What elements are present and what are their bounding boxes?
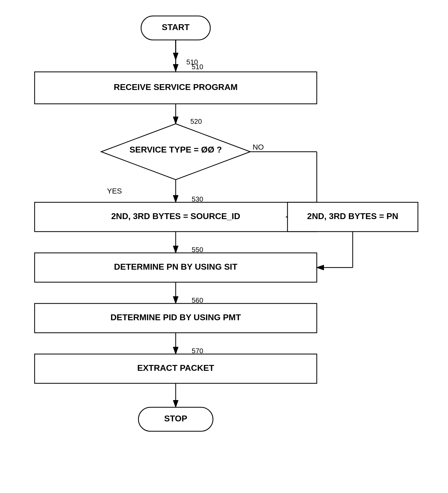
no-label: NO	[253, 143, 264, 151]
step550-label: DETERMINE PN BY USING SIT	[114, 262, 237, 272]
step510-label: RECEIVE SERVICE PROGRAM	[114, 82, 237, 92]
step560-number: 560	[192, 296, 203, 304]
step530-label: 2ND, 3RD BYTES = SOURCE_ID	[111, 211, 240, 221]
step520-label: SERVICE TYPE = ØØ ?	[129, 145, 222, 154]
step530-number: 530	[192, 195, 203, 203]
step560-label: DETERMINE PID BY USING PMT	[110, 313, 241, 322]
step520-number: 520	[190, 117, 202, 125]
flowchart-container: START 510 RECEIVE SERVICE PROGRAM 510 52…	[0, 0, 448, 493]
yes-label: YES	[107, 187, 122, 195]
step570-label: EXTRACT PACKET	[137, 363, 214, 373]
step570-number: 570	[192, 347, 203, 355]
step510-number: 510	[192, 63, 203, 71]
step550-number: 550	[192, 246, 203, 254]
start-label: START	[162, 22, 190, 32]
step540-label: 2ND, 3RD BYTES = PN	[307, 211, 398, 221]
stop-label: STOP	[164, 414, 187, 423]
